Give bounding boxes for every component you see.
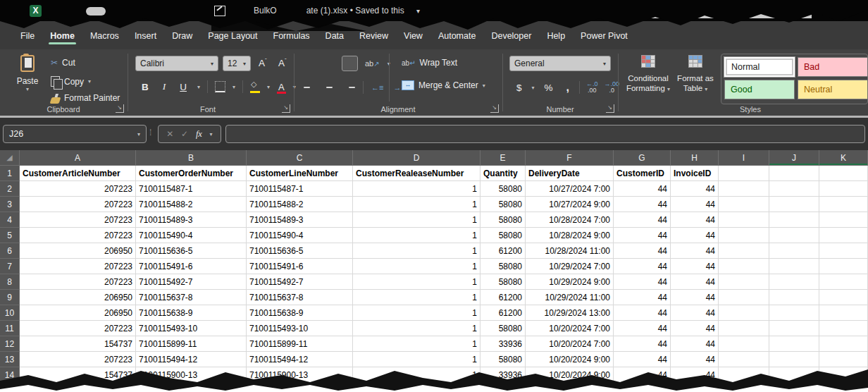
cell-E3[interactable]: 58080 (480, 197, 526, 212)
cell-C5[interactable]: 7100115490-4 (247, 228, 353, 243)
cell-J12[interactable] (769, 336, 819, 352)
chevron-down-icon[interactable]: ▾ (232, 84, 235, 90)
cell-F10[interactable]: 10/29/2024 13:00 (526, 305, 614, 321)
cell-style-normal[interactable]: Normal (724, 57, 795, 77)
row-header-8[interactable]: 8 (0, 274, 20, 290)
cell-B12[interactable]: 7100115899-11 (136, 336, 247, 352)
cell-E14[interactable]: 33936 (480, 367, 526, 383)
cell-B1[interactable]: CustomerOrderNumber (136, 166, 247, 181)
cell-I3[interactable] (719, 197, 769, 212)
cell-G5[interactable]: 44 (614, 228, 671, 243)
menu-tab-automate[interactable]: Automate (430, 25, 484, 46)
cell-D8[interactable]: 1 (353, 274, 480, 290)
cell-J14[interactable] (769, 367, 819, 383)
font-size-combo[interactable]: 12 ▾ (223, 56, 251, 71)
cell-E4[interactable]: 58080 (480, 212, 526, 228)
chevron-down-icon[interactable]: ▾ (197, 84, 200, 90)
chevron-down-icon[interactable]: ▾ (532, 85, 535, 91)
shrink-font-button[interactable]: Aˇ (275, 56, 290, 69)
cell-G3[interactable]: 44 (614, 197, 671, 212)
cell-F11[interactable]: 10/20/2024 7:00 (526, 321, 614, 336)
row-header-12[interactable]: 12 (0, 336, 20, 352)
menu-tab-home[interactable]: Home (42, 25, 82, 46)
cell-F9[interactable]: 10/29/2024 11:00 (526, 290, 614, 305)
cell-I11[interactable] (719, 321, 769, 336)
row-header-4[interactable]: 4 (0, 212, 20, 228)
cell-A6[interactable]: 206950 (20, 243, 136, 259)
cell-B7[interactable]: 7100115491-6 (136, 259, 247, 274)
cell-E10[interactable]: 61200 (480, 305, 526, 321)
merge-center-button[interactable]: ↔ Merge & Center ▾ (402, 80, 485, 90)
align-right-button[interactable] (342, 80, 357, 94)
cell-I6[interactable] (719, 243, 769, 259)
row-header-3[interactable]: 3 (0, 197, 20, 212)
cell-E6[interactable]: 61200 (480, 243, 526, 259)
column-header-C[interactable]: C (247, 150, 353, 166)
cell-A1[interactable]: CustomerArticleNumber (20, 166, 136, 181)
row-header-1[interactable]: 1 (0, 166, 20, 181)
cell-F1[interactable]: DeliveryDate (526, 166, 614, 181)
alignment-dialog-launcher-icon[interactable]: ↘ (490, 104, 499, 113)
cell-G2[interactable]: 44 (614, 181, 671, 197)
row-header-10[interactable]: 10 (0, 305, 20, 321)
column-header-F[interactable]: F (526, 150, 614, 166)
cell-K14[interactable] (819, 367, 868, 383)
cell-F12[interactable]: 10/20/2024 7:00 (526, 336, 614, 352)
cell-G13[interactable]: 44 (614, 352, 671, 367)
cell-A4[interactable]: 207223 (20, 212, 136, 228)
row-header-2[interactable]: 2 (0, 181, 20, 197)
row-header-7[interactable]: 7 (0, 259, 20, 274)
cell-A5[interactable]: 207223 (20, 228, 136, 243)
clipboard-dialog-launcher-icon[interactable]: ↘ (116, 104, 124, 113)
cell-H7[interactable]: 44 (671, 259, 719, 274)
cell-C1[interactable]: CustomerLineNumber (247, 166, 353, 181)
cell-D10[interactable]: 1 (353, 305, 480, 321)
cell-A14[interactable]: 154737 (20, 367, 136, 383)
cell-F8[interactable]: 10/29/2024 9:00 (526, 274, 614, 290)
cell-C8[interactable]: 7100115492-7 (247, 274, 353, 290)
decrease-decimal-button[interactable]: →.00.0 (604, 81, 620, 94)
cell-H9[interactable]: 44 (671, 290, 719, 305)
enter-icon[interactable]: ✓ (181, 129, 188, 139)
cell-I9[interactable] (719, 290, 769, 305)
column-header-E[interactable]: E (480, 150, 526, 166)
cell-G7[interactable]: 44 (614, 259, 671, 274)
cell-B2[interactable]: 7100115487-1 (136, 181, 247, 197)
cell-K3[interactable] (819, 197, 868, 212)
cell-style-neutral[interactable]: Neutral (798, 80, 868, 99)
orientation-button[interactable]: ab↗ (363, 56, 382, 71)
cell-J2[interactable] (769, 181, 819, 197)
cell-B14[interactable]: 7100115900-13 (136, 367, 247, 383)
rename-icon[interactable] (214, 6, 225, 16)
cell-D14[interactable]: 1 (353, 367, 480, 383)
decrease-indent-icon[interactable]: ←≡ (369, 81, 385, 94)
cell-H6[interactable]: 44 (671, 243, 719, 259)
cell-C12[interactable]: 7100115899-11 (247, 336, 353, 352)
menu-tab-formulas[interactable]: Formulas (266, 25, 318, 46)
cell-B9[interactable]: 7100115637-8 (136, 290, 247, 305)
format-as-table-button[interactable]: Format asTable ▾ (674, 55, 717, 94)
cell-B13[interactable]: 7100115494-12 (136, 352, 247, 367)
column-header-K[interactable]: K (819, 150, 868, 166)
insert-function-icon[interactable]: fx (196, 129, 202, 140)
currency-format-button[interactable]: $ (513, 82, 526, 94)
borders-icon[interactable] (215, 81, 225, 92)
underline-button[interactable]: U (176, 81, 190, 93)
cell-H14[interactable]: 44 (671, 367, 719, 383)
cell-D5[interactable]: 1 (353, 228, 480, 243)
cell-F6[interactable]: 10/28/2024 11:00 (526, 243, 614, 259)
name-box[interactable]: J26 ▾ (3, 125, 147, 143)
cell-B6[interactable]: 7100115636-5 (136, 243, 247, 259)
cell-F4[interactable]: 10/28/2024 7:00 (526, 212, 614, 228)
menu-tab-macros[interactable]: Macros (82, 25, 127, 46)
cell-B4[interactable]: 7100115489-3 (136, 212, 247, 228)
cell-G6[interactable]: 44 (614, 243, 671, 259)
cell-B10[interactable]: 7100115638-9 (136, 305, 247, 321)
cell-K8[interactable] (819, 274, 868, 290)
cell-K10[interactable] (819, 305, 868, 321)
column-header-D[interactable]: D (353, 150, 480, 166)
column-header-G[interactable]: G (614, 150, 671, 166)
cell-E8[interactable]: 58080 (480, 274, 526, 290)
cell-H3[interactable]: 44 (671, 197, 719, 212)
cell-G4[interactable]: 44 (614, 212, 671, 228)
